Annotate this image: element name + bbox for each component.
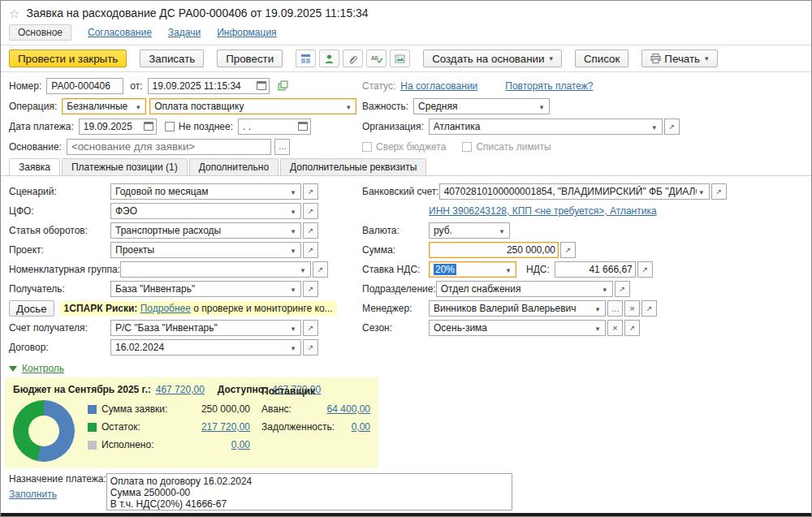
open-button[interactable] — [303, 203, 318, 219]
department-field[interactable]: Отдел снабжения — [436, 281, 613, 297]
open-button[interactable] — [711, 183, 727, 200]
open-button[interactable] — [303, 281, 318, 297]
chevron-down-icon[interactable] — [593, 303, 603, 314]
cfo-field[interactable]: ФЭО — [110, 203, 301, 219]
season-field[interactable]: Осень-зима — [429, 320, 606, 336]
fill-link[interactable]: Заполнить — [9, 489, 106, 501]
open-button[interactable] — [560, 242, 576, 258]
nav-item-approval[interactable]: Согласование — [88, 27, 152, 38]
manager-clear-button[interactable] — [624, 300, 640, 317]
project-field[interactable]: Проекты — [110, 242, 301, 258]
manager-field[interactable]: Винников Валерий Валерьевич — [429, 300, 606, 317]
nav-item-info[interactable]: Информация — [217, 27, 276, 38]
debt-value-link[interactable]: 0,00 — [352, 421, 370, 433]
calendar-icon[interactable] — [298, 122, 308, 131]
collapse-arrow-icon[interactable] — [9, 366, 17, 372]
open-button[interactable] — [303, 320, 318, 336]
open-button[interactable] — [615, 281, 630, 297]
purpose-textarea[interactable]: Оплата по договору 16.02.2024 Сумма 2500… — [106, 473, 512, 511]
chevron-down-icon[interactable] — [600, 283, 610, 295]
season-clear-button[interactable] — [607, 320, 623, 336]
chevron-down-icon[interactable] — [697, 186, 706, 197]
contract-field[interactable]: 16.02.2024 — [110, 339, 301, 355]
scenario-field[interactable]: Годовой по месяцам — [110, 183, 301, 200]
tab-payment-positions[interactable]: Платежные позиции (1) — [62, 158, 188, 175]
advance-value-link[interactable]: 64 400,00 — [327, 403, 370, 415]
write-off-limits-checkbox[interactable] — [462, 142, 472, 152]
chevron-down-icon[interactable] — [650, 121, 659, 132]
post-button[interactable]: Провести — [217, 50, 283, 67]
chevron-down-icon[interactable] — [288, 225, 298, 236]
datetime-field[interactable]: 19.09.2025 11:15:34 — [148, 78, 270, 94]
chevron-down-icon[interactable] — [343, 101, 353, 112]
importance-field[interactable]: Средняя — [413, 98, 550, 114]
print-button[interactable]: Печать — [641, 50, 717, 67]
chevron-down-icon[interactable] — [133, 101, 143, 112]
budget-value-link[interactable]: 467 720,00 — [156, 384, 205, 395]
tab-additional[interactable]: Дополнительно — [189, 158, 279, 175]
tab-request[interactable]: Заявка — [9, 158, 60, 175]
inn-kpp-link[interactable]: ИНН 3906243128, КПП <не требуется>, Атла… — [429, 205, 657, 217]
nav-item-tasks[interactable]: Задачи — [168, 27, 201, 38]
spark-more-link[interactable]: Подробнее — [140, 303, 191, 314]
status-link[interactable]: На согласовании — [400, 80, 477, 92]
open-button[interactable] — [624, 320, 640, 336]
currency-field[interactable]: руб. — [429, 222, 510, 239]
chevron-down-icon[interactable] — [497, 225, 507, 236]
operation-field[interactable]: Безналичные — [62, 98, 146, 114]
counterparty-dossier-icon[interactable] — [319, 50, 339, 67]
list-button[interactable]: Список — [575, 50, 628, 67]
vat-rate-field[interactable]: 20% — [429, 261, 516, 278]
not-later-checkbox[interactable] — [165, 122, 175, 131]
chevron-down-icon[interactable] — [288, 322, 298, 334]
chevron-down-icon[interactable] — [288, 342, 298, 353]
control-toggle-link[interactable]: Контроль — [22, 363, 64, 374]
nomenclature-group-field[interactable] — [120, 261, 311, 278]
over-budget-checkbox[interactable] — [362, 142, 372, 152]
attachments-icon[interactable] — [343, 50, 363, 67]
number-field[interactable]: РА00-000406 — [46, 78, 123, 94]
chevron-down-icon[interactable] — [593, 322, 603, 334]
favorite-star-icon[interactable]: ☆ — [9, 7, 19, 19]
remainder-link[interactable]: 217 720,00 — [176, 421, 250, 433]
open-button[interactable] — [303, 339, 318, 355]
calendar-icon[interactable] — [144, 122, 153, 131]
recipient-field[interactable]: База "Инвентарь" — [110, 281, 301, 297]
bank-account-field[interactable]: 40702810100000001854, "ВЛАДИМИРСКИЙ" ФБ … — [439, 183, 710, 200]
operation-kind-field[interactable]: Оплата поставщику — [149, 98, 356, 114]
nav-item-main[interactable]: Основное — [9, 24, 71, 41]
open-button[interactable] — [303, 183, 318, 200]
not-later-field[interactable]: . . — [238, 118, 311, 135]
basis-more-button[interactable] — [274, 139, 290, 155]
chevron-down-icon[interactable] — [288, 205, 298, 217]
manager-more-button[interactable] — [607, 300, 623, 317]
organization-field[interactable]: Атлантика — [429, 118, 663, 135]
image-icon[interactable] — [390, 50, 410, 67]
vat-field[interactable]: 41 666,67 — [555, 261, 636, 278]
dossier-button[interactable]: Досье — [9, 300, 54, 317]
spellcheck-icon[interactable]: АБ — [366, 50, 387, 67]
chevron-down-icon[interactable] — [298, 264, 308, 275]
payment-date-field[interactable]: 19.09.2025 — [79, 118, 157, 135]
recipient-account-field[interactable]: Р/С "База "Инвентарь" — [110, 320, 301, 336]
chevron-down-icon[interactable] — [503, 264, 513, 275]
basis-input[interactable] — [67, 139, 271, 155]
open-button[interactable] — [303, 242, 318, 258]
open-button[interactable] — [664, 118, 680, 135]
create-based-on-button[interactable]: Создать на основании — [423, 50, 562, 67]
calendar-icon[interactable] — [257, 81, 266, 90]
chevron-down-icon[interactable] — [288, 283, 298, 295]
executed-link[interactable]: 0,00 — [176, 439, 250, 450]
amount-field[interactable]: 250 000,00 — [429, 242, 559, 258]
open-button[interactable] — [303, 222, 318, 239]
open-button[interactable] — [637, 261, 653, 278]
tab-additional-props[interactable]: Дополнительные реквизиты — [280, 158, 426, 175]
chevron-down-icon[interactable] — [288, 186, 298, 197]
copy-link-icon[interactable] — [273, 77, 293, 95]
structure-icon[interactable] — [296, 50, 316, 67]
turnover-item-field[interactable]: Транспортные расходы — [110, 222, 301, 239]
repeat-payment-link[interactable]: Повторять платеж? — [505, 80, 593, 92]
chevron-down-icon[interactable] — [288, 244, 298, 256]
open-button[interactable] — [641, 300, 657, 317]
save-button[interactable]: Записать — [140, 50, 204, 67]
